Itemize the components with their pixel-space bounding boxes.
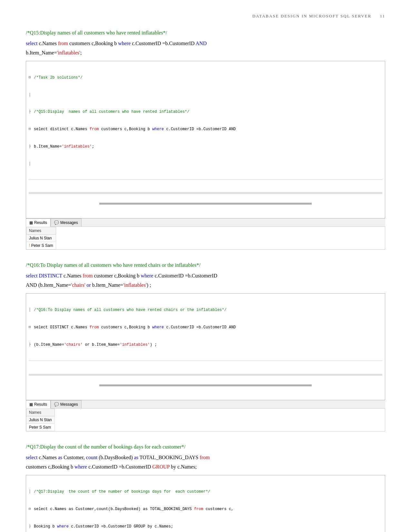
section-q17: /*Q17:Display the count of the number of… xyxy=(26,443,385,532)
results-tab-icon: ▦ xyxy=(29,220,33,226)
q15-comment: /*Q15:Display names of all customers who… xyxy=(26,29,385,37)
q16-results-area: ▦ Results 💬 Messages Names Julius N Stan xyxy=(26,400,385,431)
section-q15: /*Q15:Display names of all customers who… xyxy=(26,29,385,250)
q16-messages-tab[interactable]: 💬 Messages xyxy=(51,400,82,408)
q16-comment: /*Q16:To Display names of all customers … xyxy=(26,261,385,269)
q15-results-container: Names Julius N Stan ! Peter S Sam xyxy=(26,227,385,250)
q15-str-inflatables: 'inflatables' xyxy=(57,50,80,55)
q15-where-kw: where xyxy=(118,41,131,46)
results-tab-icon: ▦ xyxy=(29,401,33,407)
q17-comment: /*Q17:Display the count of the number of… xyxy=(26,443,385,451)
q16-str-chairs: 'chairs' xyxy=(71,282,85,288)
scroll-bar[interactable] xyxy=(29,361,382,386)
code-line: ⊟ /*Task 2b solutions*/ xyxy=(29,75,382,81)
q15-and-kw: AND xyxy=(196,41,207,46)
q15-sql-line2: b.Item_Name='inflatables'; xyxy=(26,49,385,57)
code-line: ⊟ select c.Names as Customer,count(b.Day… xyxy=(29,506,382,512)
code-line: │ xyxy=(29,161,382,167)
q15-code-block: ⊟ /*Task 2b solutions*/ │ ├ /*Q15:Displa… xyxy=(26,61,385,218)
q17-group-kw: GROUP xyxy=(152,464,170,469)
results-tab-label: Results xyxy=(34,401,47,407)
q16-results-container: Names Julius N Stan Peter S Sam xyxy=(26,409,385,431)
results-tab-label: Results xyxy=(34,220,47,226)
col-header-names: Names xyxy=(26,409,55,416)
code-line: ├ Booking b where c.CustomerID =b.Custom… xyxy=(29,524,382,529)
q16-distinct-kw: DISTINCT xyxy=(39,273,62,278)
collapse-icon: ⊟ xyxy=(29,75,33,80)
q17-sql-line1: select c.Names as Customer, count (b.Day… xyxy=(26,453,385,462)
messages-tab-label: Messages xyxy=(60,401,78,407)
q17-as1-kw: as xyxy=(58,455,62,460)
code-line: │ /*Q16:To Display names of all customer… xyxy=(29,307,382,313)
code-line: ├ (b.Item_Name='chairs' or b.Item_Name='… xyxy=(29,342,382,348)
q16-str-inflatables: 'inflatables' xyxy=(123,282,146,288)
q16-select-kw: select xyxy=(26,273,37,278)
code-line: ⊟ select distinct c.Names from customers… xyxy=(29,126,382,132)
q16-where-kw: where xyxy=(141,273,153,278)
header-text: DATABASE DESIGN IN MICROSOFT SQL SERVER xyxy=(252,14,372,18)
messages-tab-icon: 💬 xyxy=(54,220,59,226)
exclaim-icon: ! xyxy=(29,243,30,248)
table-row: Peter S Sam xyxy=(26,423,55,431)
q17-as2-kw: as xyxy=(134,455,138,460)
code-line: │ /*Q17:Display the count of the number … xyxy=(29,489,382,495)
q15-results-area: ▦ Results 💬 Messages Names Julius N Stan xyxy=(26,218,385,250)
q17-count-kw: count xyxy=(86,455,98,460)
code-line: ├ b.Item_Name='inflatables'; xyxy=(29,144,382,150)
q15-select-kw: select xyxy=(26,41,37,46)
messages-tab-label: Messages xyxy=(60,220,78,226)
q15-sql-line1: select c.Names from customers c,Booking … xyxy=(26,39,385,48)
q16-or-kw: or xyxy=(87,282,91,288)
table-row: Julius N Stan xyxy=(26,234,56,242)
collapse-icon: ⊟ xyxy=(29,506,33,512)
q16-results-table: Names Julius N Stan Peter S Sam xyxy=(26,409,55,431)
col-header-names: Names xyxy=(26,227,56,234)
section-q16: /*Q16:To Display names of all customers … xyxy=(26,261,385,431)
page-header: DATABASE DESIGN IN MICROSOFT SQL SERVER … xyxy=(26,13,385,19)
code-line: │ xyxy=(29,92,382,98)
code-line: ⊟ select DISTINCT c.Names from customers… xyxy=(29,324,382,330)
q16-code-block: │ /*Q16:To Display names of all customer… xyxy=(26,293,385,400)
table-row: Julius N Stan xyxy=(26,416,55,423)
code-line: ├ /*Q15:Display names of all customers w… xyxy=(29,109,382,115)
q15-tabs: ▦ Results 💬 Messages xyxy=(26,218,385,227)
page-number: 11 xyxy=(380,14,385,18)
q16-sql-line2: AND (b.Item_Name='chairs' or b.Item_Name… xyxy=(26,281,385,289)
q15-results-table: Names Julius N Stan ! Peter S Sam xyxy=(26,227,56,249)
q17-where-kw: where xyxy=(74,464,87,469)
q16-from-kw: from xyxy=(83,273,93,278)
collapse-icon2: ⊟ xyxy=(29,126,33,132)
q15-results-tab[interactable]: ▦ Results xyxy=(26,218,51,227)
q17-code-block: │ /*Q17:Display the count of the number … xyxy=(26,475,385,532)
q17-from-kw: from xyxy=(200,455,210,460)
q17-select-kw: select xyxy=(26,455,37,460)
messages-tab-icon: 💬 xyxy=(54,401,59,407)
q16-results-tab[interactable]: ▦ Results xyxy=(26,400,51,409)
q15-from-kw: from xyxy=(58,41,68,46)
scroll-bar[interactable]: ​ xyxy=(29,179,382,205)
q16-sql-line1: select DISTINCT c.Names from customer c,… xyxy=(26,272,385,280)
q16-tabs: ▦ Results 💬 Messages xyxy=(26,400,385,409)
collapse-icon: ⊟ xyxy=(29,324,33,330)
q15-messages-tab[interactable]: 💬 Messages xyxy=(51,218,82,227)
q17-sql-line2: customers c,Booking b where c.CustomerID… xyxy=(26,463,385,471)
table-row: ! Peter S Sam xyxy=(26,242,56,249)
